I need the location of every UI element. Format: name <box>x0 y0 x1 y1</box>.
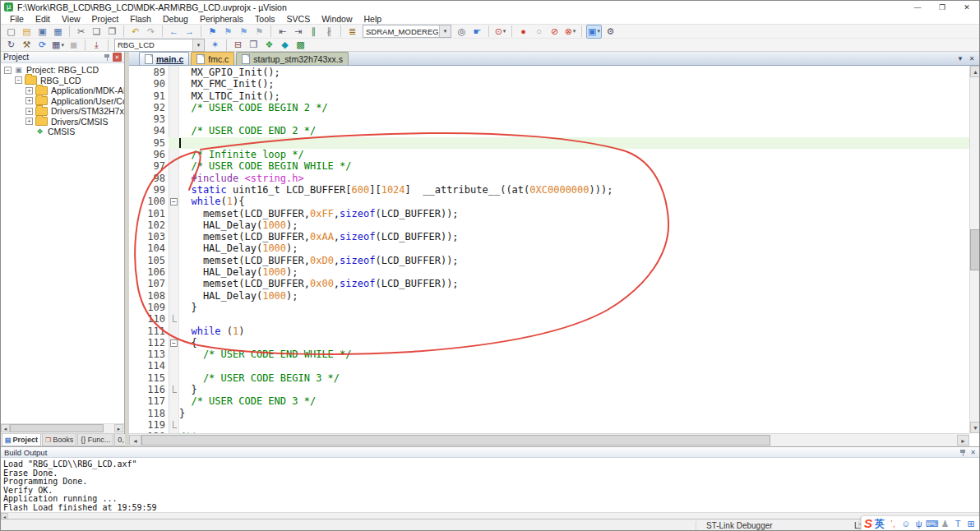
menu-window[interactable]: Window <box>316 14 358 24</box>
tree-item-drivers-cmsis[interactable]: +Drivers/CMSIS <box>1 117 124 127</box>
file-extensions-button[interactable]: ❒ <box>247 39 261 51</box>
fold-collapse-icon[interactable]: − <box>170 339 178 347</box>
ime-emoji-icon[interactable]: ☺ <box>899 516 913 531</box>
build-button[interactable]: ⚒ <box>20 39 34 51</box>
build-output-close-icon[interactable]: ✕ <box>968 448 978 457</box>
copy-button[interactable]: ❏ <box>90 25 104 38</box>
menu-flash[interactable]: Flash <box>124 14 157 24</box>
close-button[interactable]: ✕ <box>955 2 979 13</box>
functions-book-button[interactable]: ≣ <box>345 25 359 38</box>
scroll-right-icon[interactable] <box>114 424 123 432</box>
file-tab-main-c[interactable]: main.c <box>139 52 189 65</box>
ime-voice-icon[interactable]: ψ <box>913 516 926 531</box>
menu-help[interactable]: Help <box>358 14 388 24</box>
tree-expander-icon[interactable]: + <box>25 108 33 115</box>
undo-button[interactable]: ↶ <box>128 25 142 38</box>
editor-vscroll-thumb[interactable] <box>970 229 980 270</box>
code-editor[interactable]: 89 MX_GPIO_Init();90 MX_FMC_Init();91 MX… <box>129 66 969 433</box>
pack-installer-button[interactable]: ◆ <box>278 39 292 51</box>
menu-edit[interactable]: Edit <box>30 14 56 24</box>
editor-hscrollbar[interactable] <box>129 433 969 446</box>
scroll-up-icon[interactable] <box>970 66 980 77</box>
tree-item-application-user-core[interactable]: +Application/User/Core <box>1 96 124 107</box>
menu-peripherals[interactable]: Peripherals <box>194 14 249 24</box>
fold-collapse-icon[interactable]: − <box>170 198 178 205</box>
panel-tab-functions[interactable]: {} Func... <box>77 434 113 446</box>
batch-build-button-dropdown-icon[interactable]: ▾ <box>61 42 64 48</box>
ime-wardrobe-icon[interactable]: T <box>951 516 964 531</box>
maximize-button[interactable]: ❐ <box>930 2 955 13</box>
scroll-left-icon[interactable] <box>1 424 10 432</box>
save-button[interactable]: ▣ <box>35 25 49 38</box>
indent-right-button[interactable]: ⇥ <box>291 25 305 38</box>
prev-bookmark-button[interactable]: ⚑ <box>221 25 235 38</box>
ime-skin-icon[interactable]: ♟ <box>938 516 951 531</box>
clear-bookmarks-button[interactable]: ⚑ <box>252 25 266 38</box>
manage-project-items-button[interactable]: ⊟ <box>231 39 245 51</box>
tree-item-drivers-stm32h7xx-hal-dri[interactable]: +Drivers/STM32H7xx_HAL_Dri <box>1 106 124 117</box>
kill-breakpoints-button-dropdown-icon[interactable]: ▾ <box>573 28 576 35</box>
tree-item-project-rbg-lcd[interactable]: −▣Project: RBG_LCD <box>1 65 124 76</box>
enable-breakpoint-button[interactable]: ○ <box>532 25 546 38</box>
save-all-button[interactable]: ▦ <box>51 25 65 38</box>
menu-tools[interactable]: Tools <box>249 14 281 24</box>
manage-rte-button[interactable]: ❖ <box>262 39 276 51</box>
options-for-target-button[interactable]: ✶ <box>208 39 222 51</box>
navigate-forward-button[interactable]: → <box>183 25 196 38</box>
redo-button[interactable]: ↷ <box>144 25 158 38</box>
next-bookmark-button[interactable]: ⚑ <box>237 25 251 38</box>
close-document-icon[interactable]: ✕ <box>966 55 978 62</box>
find-button[interactable]: ⊙▾ <box>493 25 507 38</box>
stop-build-button[interactable]: ◼ <box>67 39 81 51</box>
debug-windows-button[interactable]: ▣▾ <box>586 25 602 39</box>
cut-button[interactable]: ✂ <box>74 25 88 38</box>
project-panel-pin-icon[interactable] <box>104 53 110 61</box>
file-tab-fmc-c[interactable]: fmc.c <box>191 52 234 65</box>
new-file-button[interactable]: ▢ <box>4 25 18 38</box>
paste-button[interactable]: ❐ <box>105 25 119 38</box>
tree-expander-icon[interactable]: + <box>25 118 33 125</box>
tree-expander-icon[interactable]: − <box>15 76 22 84</box>
sogou-logo-icon[interactable]: S <box>864 516 872 531</box>
ime-toolbox-icon[interactable]: ⊞ <box>964 516 978 531</box>
scroll-down-icon[interactable] <box>970 422 980 433</box>
search-term-combo[interactable]: SDRAM_MODEREG_CAS_▾ <box>363 25 451 38</box>
device-database-button[interactable]: ▩ <box>294 39 307 51</box>
minimize-button[interactable]: — <box>905 2 930 13</box>
navigate-back-button[interactable]: ← <box>167 25 181 38</box>
tree-expander-icon[interactable]: + <box>25 97 33 104</box>
run-to-line-button[interactable]: ☛ <box>470 25 484 38</box>
download-to-flash-button[interactable]: ⤓ <box>90 39 104 51</box>
batch-build-button[interactable]: ▦▾ <box>51 39 65 51</box>
comment-selection-button[interactable]: ∥ <box>307 25 321 38</box>
document-list-dropdown-icon[interactable]: ▼ <box>955 55 966 62</box>
editor-vscrollbar[interactable] <box>969 66 980 433</box>
tree-expander-icon[interactable]: − <box>4 67 12 74</box>
menu-project[interactable]: Project <box>86 14 125 24</box>
translate-file-button[interactable]: ↻ <box>4 39 18 51</box>
find-in-files-button[interactable]: ◎ <box>455 25 469 38</box>
menu-file[interactable]: File <box>4 14 30 24</box>
ime-symbols-icon[interactable]: ’, <box>886 516 899 531</box>
indent-left-button[interactable]: ⇤ <box>275 25 289 38</box>
menu-view[interactable]: View <box>56 14 86 24</box>
project-hscroll-thumb[interactable] <box>10 424 104 432</box>
find-button-dropdown-icon[interactable]: ▾ <box>503 28 506 35</box>
file-tab-startup-stm32h743xx-s[interactable]: startup_stm32h743xx.s <box>236 52 349 65</box>
insert-bookmark-button[interactable]: ⚑ <box>206 25 220 38</box>
kill-breakpoints-button[interactable]: ⊗▾ <box>563 25 577 38</box>
tree-item-application-mdk-arm[interactable]: +Application/MDK-ARM <box>1 85 124 96</box>
scroll-right-icon[interactable] <box>957 435 969 446</box>
menu-debug[interactable]: Debug <box>157 14 194 24</box>
tree-expander-icon[interactable]: + <box>25 87 33 95</box>
target-select-combo-arrow-icon[interactable]: ▾ <box>192 39 204 51</box>
search-term-combo-arrow-icon[interactable]: ▾ <box>439 25 451 37</box>
open-file-button[interactable]: ▤ <box>20 25 34 38</box>
tree-item-rbg-lcd[interactable]: −RBG_LCD <box>1 76 124 86</box>
configure-tools-button[interactable]: ⚙ <box>603 25 617 38</box>
tree-item-cmsis[interactable]: ❖CMSIS <box>1 127 124 137</box>
insert-breakpoint-button[interactable]: ● <box>516 25 530 38</box>
debug-windows-button-dropdown-icon[interactable]: ▾ <box>597 28 600 35</box>
ime-language-mode[interactable]: 英 <box>875 517 885 531</box>
panel-tab-books[interactable]: ❒Books <box>42 434 76 446</box>
